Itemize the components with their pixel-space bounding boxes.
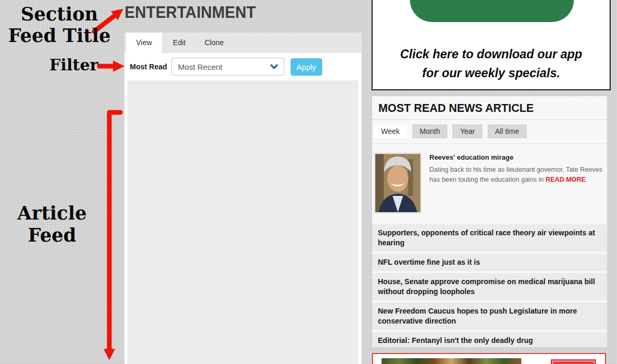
tab-clone[interactable]: Clone [197, 33, 232, 53]
tab-year[interactable]: Year [453, 124, 482, 138]
most-read-list: Supporters, opponents of critical race t… [372, 224, 607, 347]
list-item[interactable]: Editorial: Fentanyl isn't the only deadl… [372, 332, 607, 347]
filter-select[interactable]: Most Recent [171, 58, 284, 76]
annotation-article-feed: Article Feed [9, 202, 95, 246]
ad-photo-strip [382, 358, 521, 364]
featured-article-body: Reeves' education mirage Dating back to … [429, 153, 606, 213]
annotation-filter: Filter [49, 56, 98, 74]
annotation-section-feed-title: Section Feed Title [0, 3, 119, 46]
arrow-to-article-feed [109, 112, 120, 350]
article-feed-area [127, 80, 358, 364]
portrait-photo [375, 154, 420, 212]
section-feed-title: ENTERTAINMENT [125, 3, 256, 22]
annotation-line: Feed [9, 224, 95, 246]
tab-view[interactable]: View [126, 33, 162, 53]
feed-tabbar: View Edit Clone [125, 33, 362, 53]
app-download-ad[interactable]: Click here to download our app for our w… [372, 0, 611, 90]
featured-article-image[interactable] [374, 153, 421, 213]
filter-select-value: Most Recent [178, 63, 222, 71]
app-ad-line: Click here to download our app [376, 45, 606, 64]
most-read-panel: MOST READ NEWS ARTICLE Week Month Year A… [372, 96, 607, 347]
featured-article-excerpt: Dating back to his time as lieutenant go… [429, 165, 606, 185]
app-ad-line: for our weekly specials. [376, 64, 606, 82]
annotation-line: Feed Title [0, 25, 119, 46]
ad-button[interactable] [551, 359, 596, 364]
tab-week[interactable]: Week [374, 124, 407, 138]
list-item[interactable]: House, Senate approve compromise on medi… [372, 273, 607, 300]
list-item[interactable]: New Freedom Caucus hopes to push Legisla… [372, 303, 607, 330]
feed-filter-row: Most Read Most Recent Apply [125, 53, 362, 80]
bottom-ad[interactable] [372, 353, 606, 364]
tab-month[interactable]: Month [413, 124, 448, 138]
annotation-line: Section [0, 3, 119, 25]
tab-edit[interactable]: Edit [165, 33, 193, 53]
featured-article-title[interactable]: Reeves' education mirage [429, 153, 606, 161]
section-feed-panel: View Edit Clone Most Read Most Recent Ap… [125, 33, 362, 364]
chevron-down-icon [270, 64, 278, 69]
app-icon-shape [410, 0, 574, 22]
app-ad-text: Click here to download our app for our w… [376, 45, 606, 82]
list-item[interactable]: Supporters, opponents of critical race t… [372, 224, 607, 252]
section-feed-column: ENTERTAINMENT View Edit Clone Most Read … [125, 0, 362, 364]
featured-article: Reeves' education mirage Dating back to … [372, 144, 607, 224]
annotation-line: Article [9, 202, 95, 224]
read-more-link[interactable]: READ MORE [546, 176, 585, 183]
page: Section Feed Title Filter Article Feed E… [0, 0, 617, 364]
most-read-header: MOST READ NEWS ARTICLE [372, 96, 607, 120]
apply-button[interactable]: Apply [291, 58, 322, 76]
most-read-tabbar: Week Month Year All time [372, 120, 607, 144]
list-item[interactable]: NFL overtime fine just as it is [372, 254, 607, 271]
tab-all-time[interactable]: All time [488, 124, 527, 138]
most-read-title: MOST READ NEWS ARTICLE [378, 101, 594, 115]
filter-label: Most Read [130, 63, 167, 71]
